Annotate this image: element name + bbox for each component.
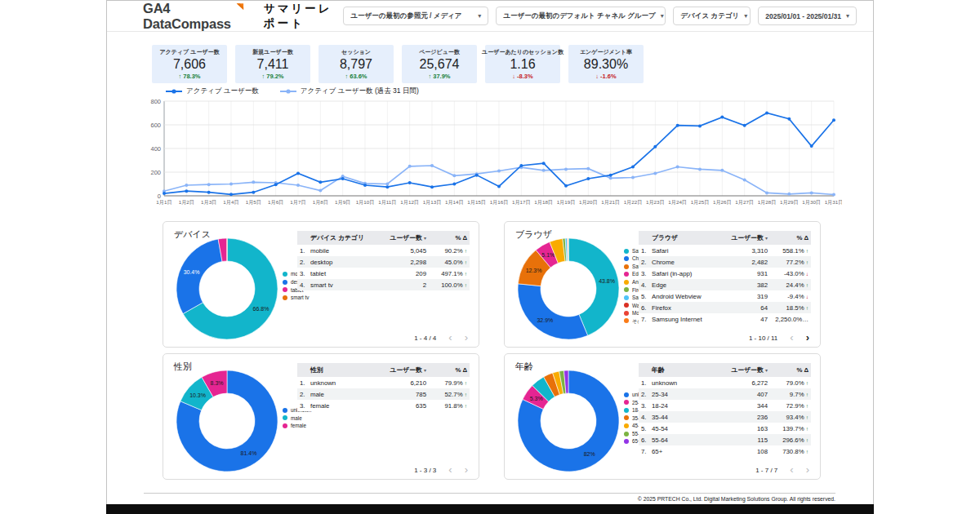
delta-value: 497.1% [441,270,465,277]
dimension-cell: 3.Safari (in-app) [639,268,723,279]
table-row[interactable]: 3.18-2434472.9% ↑ [639,400,811,411]
table-row[interactable]: 4.35-4423693.4% ↑ [639,411,811,423]
filter-dropdown-1[interactable]: ユーザーの最初の参照元 / メディア▾ [343,7,488,25]
date-range-value: 2025/01/01 - 2025/01/31 [765,12,841,20]
dimension-column-header: デバイス カテゴリ [297,231,381,245]
x-axis-label: 1月14日 [445,199,464,206]
table-row[interactable]: 2.desktop2,29845.0% ↑ [297,256,470,268]
users-cell: 115 [723,434,770,445]
table-row[interactable]: 2.25-344079.7% ↑ [639,388,811,400]
line-chart[interactable]: 02004006008001月1日1月2日1月3日1月4日1月5日1月6日1月7… [140,96,842,214]
dimension-cell: 5.45-54 [639,423,723,434]
slice-label: 30.4% [184,269,200,275]
table-header: 年齢ユーザー数 ▾% Δ [639,363,811,377]
dimension-cell: 3.female [297,400,381,411]
next-page-button[interactable]: › [465,334,468,342]
users-column-header[interactable]: ユーザー数 ▾ [723,231,770,245]
kpi-delta: ↑ 78.3% [178,73,200,80]
table-row[interactable]: 6.55-64115296.6% ↑ [639,434,811,445]
table-row[interactable]: 1.unknown6,21079.9% ↑ [297,377,470,388]
donut-chart-device[interactable]: 66.8%30.4% [175,237,279,341]
row-rank: 6. [641,304,652,312]
legend-dot-icon [624,318,629,323]
date-range-picker[interactable]: 2025/01/01 - 2025/01/31 ▾ [758,7,857,25]
x-axis-label: 1月4日 [223,199,238,206]
table-row[interactable]: 7.Samsung Internet472,250.0%… [639,313,811,325]
row-rank: 3. [641,402,652,410]
users-column-header[interactable]: ユーザー数 ▾ [381,231,429,245]
table-row[interactable]: 5.Android Webview319-9.4% ↓ [639,290,811,302]
donut-chart-gender[interactable]: 81.4%10.3%8.3% [175,369,279,473]
legend-dot-icon [624,287,629,292]
up-arrow-icon: ↑ [465,271,467,277]
x-axis-label: 1月3日 [201,199,216,206]
row-rank: 2. [300,259,310,266]
report-card: GA4 DataCompass サマリーレポート ユーザーの最初の参照元 / メ… [106,0,874,514]
table-row[interactable]: 5.45-54163139.7% ↑ [639,423,811,434]
next-page-button[interactable]: › [806,466,809,474]
kpi-card-6: エンゲージメント率89.30%↓ -1.6% [568,45,644,83]
kpi-card-5: ユーザーあたりのセッション数1.16↓ -8.3% [485,45,560,83]
users-column-header[interactable]: ユーザー数 ▾ [723,363,770,377]
table-row[interactable]: 2.Chrome2,48277.2% ↑ [639,256,811,268]
donut-chart-age[interactable]: 82%5.3% [516,369,621,473]
prev-page-button[interactable]: ‹ [790,334,793,342]
legend-dot-icon [624,432,629,436]
dimension-column-header: 年齢 [639,363,723,377]
sort-caret-icon: ▾ [424,236,426,241]
kpi-label: アクティブ ユーザー数 [159,48,219,56]
prev-page-button[interactable]: ‹ [448,466,452,474]
table-row[interactable]: 3.female63591.8% ↑ [297,400,470,411]
prev-page-button[interactable]: ‹ [448,334,452,342]
table-row[interactable]: 7.65+108730.8% ↑ [639,445,811,457]
line-chart-svg[interactable]: 02004006008001月1日1月2日1月3日1月4日1月5日1月6日1月7… [140,96,842,210]
kpi-value: 7,411 [257,57,289,72]
table-row[interactable]: 3.tablet209497.1% ↑ [297,268,470,279]
table-row[interactable]: 1.Safari3,310558.1% ↑ [639,245,811,256]
legend-dot-icon [283,423,287,428]
x-axis-label: 1月16日 [490,199,509,206]
users-column-header[interactable]: ユーザー数 ▾ [381,363,429,377]
slice-label: 5.3% [530,396,543,401]
delta-value: 18.5% [786,304,805,312]
pagination-gender: 1 - 3 / 3‹› [414,466,468,474]
legend-dot-icon [624,272,629,277]
table-row[interactable]: 6.Firefox6418.5% ↑ [639,302,811,313]
table-row[interactable]: 2.male78552.7% ↑ [297,388,470,400]
table-row[interactable]: 1.unknown6,27279.0% ↑ [639,377,811,388]
next-page-button[interactable]: › [465,466,468,474]
users-cell: 6,272 [723,377,770,388]
table-row[interactable]: 1.mobile5,04590.2% ↑ [297,245,470,256]
kpi-card-4: ページビュー数25,674↑ 37.9% [402,45,477,83]
table-row[interactable]: 4.Edge38224.4% ↑ [639,279,811,290]
delta-cell: 296.6% ↑ [770,434,811,445]
legend-dot-icon [624,400,629,405]
x-axis-label: 1月21日 [601,199,620,206]
delta-value: -43.0% [784,270,806,277]
table-row[interactable]: 3.Safari (in-app)931-43.0% ↓ [639,268,811,279]
delta-value: -9.4% [787,293,806,300]
dimension-cell: 6.55-64 [639,434,723,445]
table-body: 1.Safari3,310558.1% ↑2.Chrome2,48277.2% … [639,245,811,325]
x-axis-label: 1月1日 [156,199,172,206]
donut-slice[interactable] [176,239,222,314]
dimension-cell: 5.Android Webview [639,290,723,302]
donut-slice[interactable] [518,284,588,339]
legend-dot-icon [624,295,629,300]
dimension-value: 18-24 [652,402,668,410]
table-row[interactable]: 4.smart tv2100.0% ↑ [297,279,470,290]
x-axis-label: 1月26日 [713,199,732,206]
legend-dot-icon [283,295,287,300]
x-axis-label: 1月24日 [668,199,687,206]
donut-chart-browser[interactable]: 43.8%32.9%12.3%5.1% [516,237,621,341]
data-table-gender: 性別ユーザー数 ▾% Δ1.unknown6,21079.9% ↑2.male7… [297,363,470,411]
dimension-value: Safari [652,247,668,255]
next-page-button[interactable]: › [806,334,809,342]
filter-dropdown-2[interactable]: ユーザーの最初のデフォルト チャネル グループ▾ [496,7,666,25]
down-arrow-icon: ↓ [806,271,808,277]
legend-item: male [283,415,363,422]
kpi-value: 8,797 [340,57,372,72]
dimension-cell: 2.desktop [297,256,381,268]
prev-page-button[interactable]: ‹ [790,466,793,474]
filter-dropdown-3[interactable]: デバイス カテゴリ▾ [673,7,751,25]
